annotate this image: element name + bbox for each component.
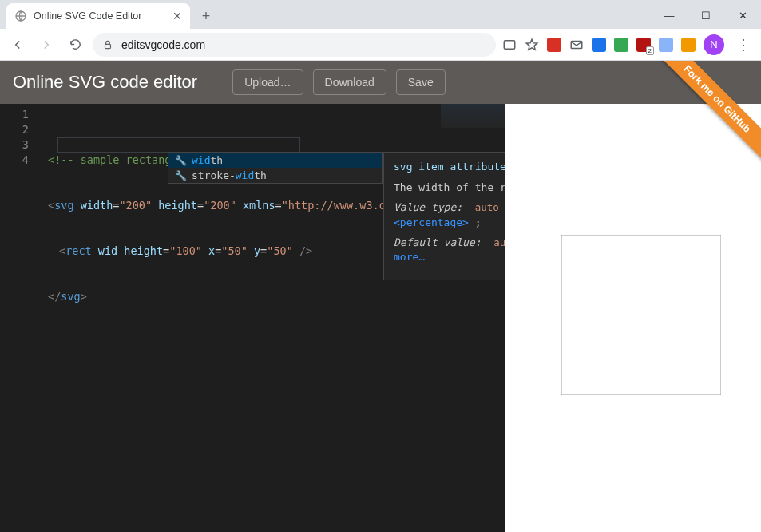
extension-icon[interactable]	[547, 38, 561, 52]
window-close-button[interactable]: ✕	[724, 2, 761, 29]
browser-tab[interactable]: Online SVG Code Editor ✕	[6, 3, 190, 29]
window-minimize-button[interactable]: —	[651, 2, 688, 29]
browser-titlebar: Online SVG Code Editor ✕ + — ☐ ✕	[0, 0, 761, 29]
autocomplete-popup[interactable]: 🔧 width 🔧 stroke-width	[168, 152, 383, 184]
globe-icon	[14, 10, 27, 22]
autocomplete-item[interactable]: 🔧 width	[168, 153, 382, 168]
arrow-left-icon	[10, 38, 25, 52]
reload-icon	[69, 38, 82, 51]
app-header: Online SVG code editor Upload… Download …	[0, 61, 761, 104]
extension-icon[interactable]	[592, 38, 606, 52]
lock-icon	[102, 39, 113, 50]
code-area[interactable]: <!-- sample rectangle --> <svg width="20…	[48, 107, 441, 335]
tab-close-icon[interactable]: ✕	[172, 10, 182, 22]
line-number: 2	[0, 122, 29, 137]
save-button[interactable]: Save	[396, 69, 446, 95]
toolbar-icons: 2 N ⋮	[502, 34, 755, 56]
current-line-highlight	[57, 137, 300, 153]
editor-minimap[interactable]	[441, 104, 505, 128]
line-gutter: 1 2 3 4	[0, 104, 40, 168]
star-icon[interactable]	[525, 38, 539, 52]
window-maximize-button[interactable]: ☐	[688, 2, 724, 29]
profile-avatar[interactable]: N	[704, 34, 724, 55]
line-number: 4	[0, 153, 29, 168]
svg-rect-4	[561, 235, 721, 395]
svg-preview	[561, 235, 721, 395]
code-editor[interactable]: 1 2 3 4 <!-- sample rectangle --> <svg w…	[0, 104, 505, 532]
browser-toolbar: editsvgcode.com 2 N ⋮	[0, 29, 761, 61]
app-title: Online SVG code editor	[13, 72, 197, 93]
upload-button[interactable]: Upload…	[232, 69, 303, 95]
new-tab-button[interactable]: +	[195, 5, 217, 27]
app-root: Online SVG code editor Upload… Download …	[0, 61, 761, 532]
wrench-icon: 🔧	[175, 155, 187, 166]
arrow-right-icon	[39, 38, 54, 52]
window-controls: — ☐ ✕	[651, 2, 761, 29]
extension-icon[interactable]	[681, 38, 696, 52]
tab-title: Online SVG Code Editor	[34, 10, 142, 22]
extension-icon[interactable]	[614, 38, 628, 52]
main-split: 1 2 3 4 <!-- sample rectangle --> <svg w…	[0, 104, 761, 532]
address-bar[interactable]: editsvgcode.com	[93, 33, 496, 57]
url-text: editsvgcode.com	[121, 38, 205, 51]
doc-more-link[interactable]: more…	[394, 251, 425, 263]
svg-rect-1	[105, 44, 111, 48]
nav-forward-button[interactable]	[35, 34, 57, 56]
line-number: 1	[0, 107, 29, 122]
autocomplete-item[interactable]: 🔧 stroke-width	[168, 168, 382, 183]
download-button[interactable]: Download	[313, 69, 386, 95]
browser-menu-button[interactable]: ⋮	[732, 34, 755, 56]
mail-icon[interactable]	[569, 38, 584, 52]
code-line: </svg>	[48, 289, 441, 304]
svg-preview-pane	[505, 104, 761, 532]
extension-icon[interactable]	[659, 38, 673, 52]
extension-icon[interactable]: 2	[636, 38, 651, 52]
code-line: <rect wid height="100" x="50" y="50" />	[48, 244, 441, 259]
nav-back-button[interactable]	[6, 34, 29, 56]
wrench-icon: 🔧	[175, 170, 187, 181]
line-number: 3	[0, 137, 29, 153]
cast-icon[interactable]	[502, 38, 517, 52]
nav-reload-button[interactable]	[64, 34, 86, 56]
svg-rect-2	[504, 40, 515, 49]
code-line: <svg width="200" height="200" xmlns="htt…	[48, 198, 441, 213]
